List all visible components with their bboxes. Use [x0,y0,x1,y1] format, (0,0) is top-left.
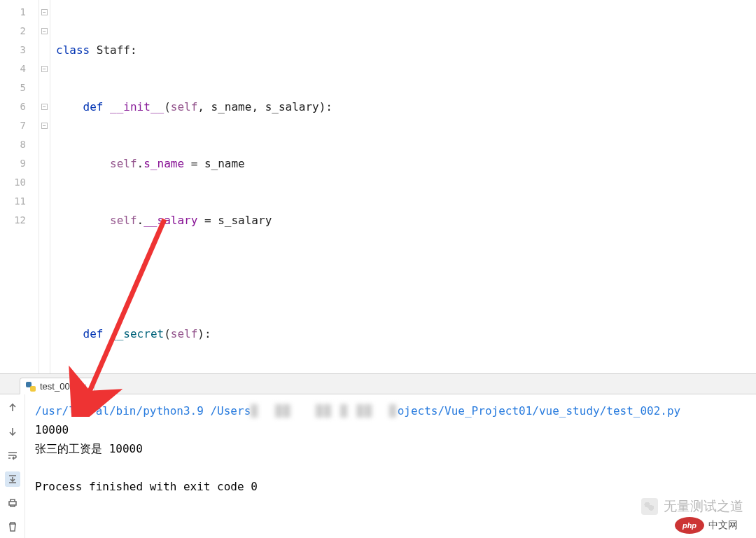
console-line: 10000 [35,423,69,436]
line-number: 6 [0,97,38,116]
run-tool-window: test_002 × /usr/lo al/bin/pyth [0,374,756,538]
code-editor-pane: 1 2 3 4 5 6 7 8 9 10 11 12 − − − − − cla… [0,0,756,374]
code-line[interactable]: def __init__(self, s_name, s_salary): [50,97,756,116]
fold-end-icon[interactable]: − [41,66,48,72]
console-line: 张三的工资是 10000 [35,442,143,455]
code-line[interactable] [50,268,756,287]
line-number-gutter: 1 2 3 4 5 6 7 8 9 10 11 12 [0,0,39,373]
scroll-up-button[interactable] [5,400,20,415]
console-path-part: ojects/Vue_Project01/vue_study/test_002.… [398,404,681,418]
scroll-down-button[interactable] [5,424,20,439]
line-number: 4 [0,60,38,78]
soft-wrap-button[interactable] [5,448,20,463]
line-number: 9 [0,154,38,173]
line-number: 5 [0,78,38,97]
python-file-icon [26,382,36,392]
line-number: 7 [0,116,38,135]
code-line[interactable]: def __secret(self): [50,324,756,343]
close-tab-icon[interactable]: × [82,382,87,392]
code-area[interactable]: class Staff: def __init__(self, s_name, … [50,0,756,373]
fold-toggle-icon[interactable]: − [41,28,48,34]
svg-rect-1 [9,502,16,505]
line-number: 11 [0,192,38,211]
scroll-to-end-button[interactable] [5,471,20,487]
run-tabs-row: test_002 × [0,374,756,394]
fold-toggle-icon[interactable]: − [41,9,48,15]
line-number: 10 [0,173,38,192]
line-number: 3 [0,41,38,60]
console-path-part: al/bin/python3.9 /Users [96,404,251,418]
console-output[interactable]: /usr/lo al/bin/python3.9 /Users█ ██ ██ █… [25,394,756,538]
console-body: /usr/lo al/bin/python3.9 /Users█ ██ ██ █… [0,394,756,538]
print-button[interactable] [5,495,20,511]
code-line[interactable]: self.__salary = s_salary [50,211,756,230]
code-line[interactable]: class Staff: [50,41,756,60]
redacted-path: █ ██ ██ █ ██ █ [251,404,397,418]
line-number: 8 [0,135,38,154]
delete-button[interactable] [5,519,20,534]
console-exit-line: Process finished with exit code 0 [35,480,258,493]
run-tab-label: test_002 [40,381,75,392]
line-number: 2 [0,22,38,41]
line-number: 12 [0,211,38,230]
fold-end-icon[interactable]: − [41,123,48,129]
console-path-part: /usr/lo [35,404,82,418]
run-tab-test_002[interactable]: test_002 × [20,378,94,394]
code-line[interactable]: self.s_name = s_name [50,154,756,173]
fold-toggle-icon[interactable]: − [41,104,48,110]
fold-gutter: − − − − − [39,0,50,373]
console-toolbar [0,394,25,538]
line-number: 1 [0,3,38,22]
